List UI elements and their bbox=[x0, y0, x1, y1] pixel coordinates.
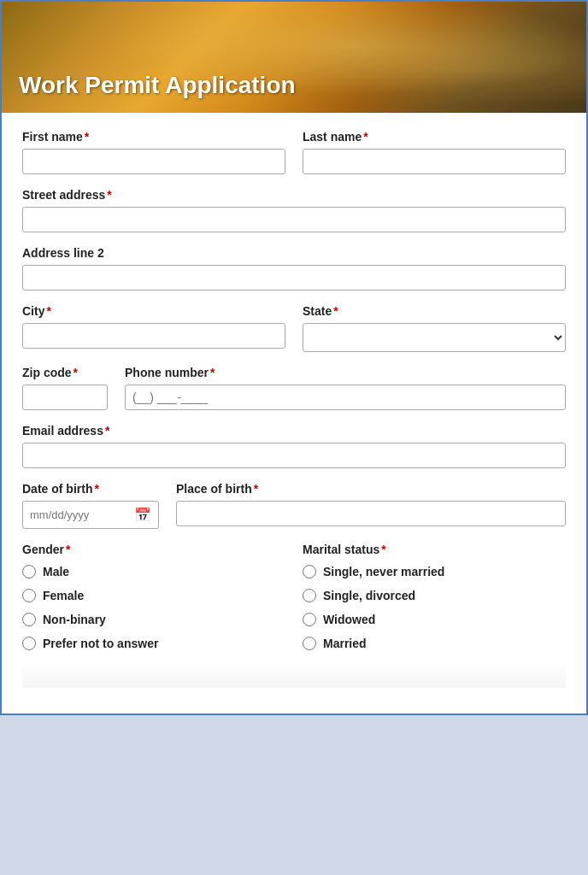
gender-radio-male[interactable] bbox=[22, 565, 36, 578]
city-state-row: City* State* AL AK AZ AR CA CO CT DE bbox=[22, 304, 566, 352]
street-address-label: Street address* bbox=[22, 188, 566, 202]
marital-status-column: Marital status* Single, never married Si… bbox=[303, 543, 566, 655]
gender-option-nonbinary[interactable]: Non-binary bbox=[22, 613, 285, 626]
street-address-group: Street address* bbox=[22, 188, 566, 232]
gender-label-prefer-not: Prefer not to answer bbox=[43, 637, 158, 650]
marital-option-single-divorced[interactable]: Single, divorced bbox=[303, 589, 566, 602]
phone-number-group: Phone number* bbox=[125, 366, 566, 410]
marital-label-married: Married bbox=[323, 637, 367, 650]
phone-number-input[interactable] bbox=[125, 385, 566, 410]
address-line2-input[interactable] bbox=[22, 265, 566, 291]
gender-radio-nonbinary[interactable] bbox=[22, 613, 36, 626]
gender-label-nonbinary: Non-binary bbox=[43, 613, 106, 626]
dob-birth-row: Date of birth* 📅 Place of birth* bbox=[22, 482, 566, 529]
page-title: Work Permit Application bbox=[19, 72, 296, 99]
email-address-label: Email address* bbox=[22, 424, 566, 438]
gender-label-male: Male bbox=[43, 565, 69, 578]
bottom-fade bbox=[22, 662, 566, 688]
first-name-label: First name* bbox=[22, 130, 285, 144]
marital-radio-widowed[interactable] bbox=[303, 613, 316, 626]
marital-label-single-never: Single, never married bbox=[323, 565, 444, 578]
marital-option-single-never[interactable]: Single, never married bbox=[303, 565, 566, 578]
last-name-input[interactable] bbox=[303, 149, 566, 174]
gender-radio-group: Male Female Non-binary Prefer not to ans… bbox=[22, 565, 285, 655]
address-line2-label: Address line 2 bbox=[22, 246, 566, 260]
last-name-group: Last name* bbox=[303, 130, 566, 174]
email-address-group: Email address* bbox=[22, 424, 566, 468]
email-address-input[interactable] bbox=[22, 443, 566, 468]
date-input-wrapper[interactable]: 📅 bbox=[22, 501, 159, 529]
dob-input[interactable] bbox=[30, 508, 131, 521]
marital-option-widowed[interactable]: Widowed bbox=[303, 613, 566, 626]
marital-radio-married[interactable] bbox=[303, 637, 316, 650]
zip-phone-row: Zip code* Phone number* bbox=[22, 366, 566, 410]
marital-status-label: Marital status* bbox=[303, 543, 566, 556]
gender-option-female[interactable]: Female bbox=[22, 589, 285, 602]
place-of-birth-group: Place of birth* bbox=[176, 482, 566, 526]
marital-label-widowed: Widowed bbox=[323, 613, 375, 626]
gender-label: Gender* bbox=[22, 543, 285, 556]
first-name-group: First name* bbox=[22, 130, 285, 174]
gender-option-male[interactable]: Male bbox=[22, 565, 285, 578]
first-name-input[interactable] bbox=[22, 149, 285, 174]
gender-marital-section: Gender* Male Female Non-binary bbox=[22, 543, 566, 655]
form-body: First name* Last name* Street address* A… bbox=[2, 113, 586, 714]
gender-label-female: Female bbox=[43, 589, 84, 602]
page-wrapper: Work Permit Application First name* Last… bbox=[0, 0, 588, 715]
state-group: State* AL AK AZ AR CA CO CT DE FL GA HI … bbox=[303, 304, 566, 352]
marital-radio-group: Single, never married Single, divorced W… bbox=[303, 565, 566, 655]
name-row: First name* Last name* bbox=[22, 130, 566, 174]
zip-code-label: Zip code* bbox=[22, 366, 108, 379]
city-input[interactable] bbox=[22, 323, 285, 349]
hero-banner: Work Permit Application bbox=[2, 2, 586, 113]
marital-radio-single-never[interactable] bbox=[303, 565, 316, 578]
dob-label: Date of birth* bbox=[22, 482, 159, 496]
gender-radio-female[interactable] bbox=[22, 589, 36, 602]
place-of-birth-label: Place of birth* bbox=[176, 482, 566, 496]
gender-column: Gender* Male Female Non-binary bbox=[22, 543, 285, 655]
dob-group: Date of birth* 📅 bbox=[22, 482, 159, 529]
zip-code-input[interactable] bbox=[22, 385, 108, 410]
city-group: City* bbox=[22, 304, 285, 352]
gender-option-prefer-not[interactable]: Prefer not to answer bbox=[22, 637, 285, 650]
marital-option-married[interactable]: Married bbox=[303, 637, 566, 650]
marital-radio-single-divorced[interactable] bbox=[303, 589, 316, 602]
city-label: City* bbox=[22, 304, 285, 318]
street-address-input[interactable] bbox=[22, 207, 566, 232]
marital-label-single-divorced: Single, divorced bbox=[323, 589, 415, 602]
last-name-label: Last name* bbox=[303, 130, 566, 144]
state-select[interactable]: AL AK AZ AR CA CO CT DE FL GA HI ID IL I… bbox=[303, 323, 566, 352]
address-line2-group: Address line 2 bbox=[22, 246, 566, 291]
place-of-birth-input[interactable] bbox=[176, 501, 566, 526]
state-label: State* bbox=[303, 304, 566, 318]
gender-radio-prefer-not[interactable] bbox=[22, 637, 36, 650]
phone-number-label: Phone number* bbox=[125, 366, 566, 379]
calendar-icon[interactable]: 📅 bbox=[134, 507, 151, 523]
zip-code-group: Zip code* bbox=[22, 366, 108, 410]
